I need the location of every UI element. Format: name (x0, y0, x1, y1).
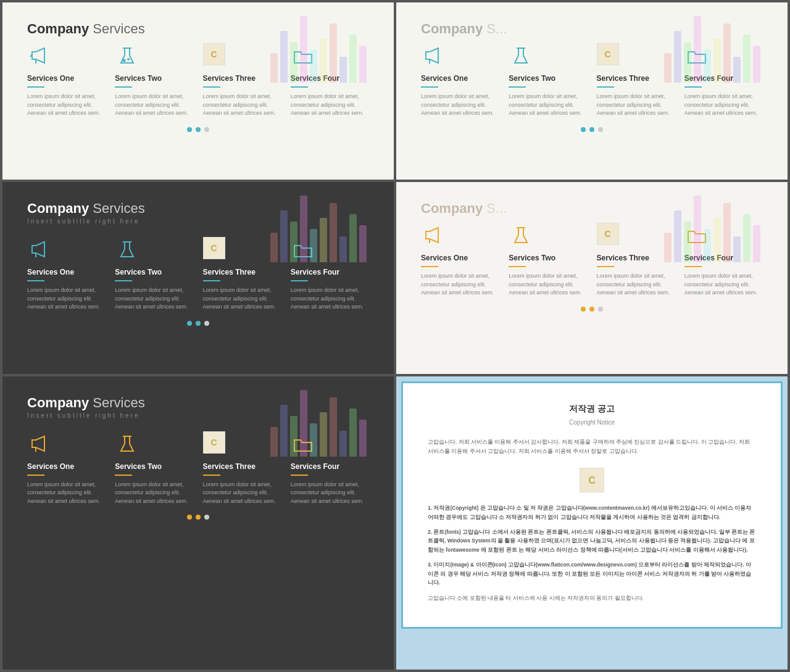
dot-3-3[interactable] (204, 321, 209, 326)
chart-decoration-2 (664, 9, 775, 83)
service-underline-4-three (597, 266, 614, 267)
service-text-one: Lorem ipsum dolor sit amet, consectetur … (27, 93, 106, 118)
copyright-subtitle: Copyright Notice (428, 418, 756, 428)
service-item-2-one: Services One Lorem ipsum dolor sit amet,… (421, 43, 499, 118)
copyright-body: 고맙습니다. 저희 서비스를 이용해 주셔서 감사합니다. 저희 제품을 구매하… (428, 438, 756, 602)
service-name-5-one: Services One (27, 462, 106, 471)
logo-badge-5: C (203, 431, 228, 456)
service-name-5-three: Services Three (203, 462, 281, 471)
service-underline-5-two (115, 475, 132, 476)
dot-5-3[interactable] (204, 515, 209, 520)
svg-marker-0 (32, 48, 44, 63)
chart-decoration-5 (270, 383, 381, 457)
service-item-3-one: Services One Lorem ipsum dolor sit amet,… (27, 237, 106, 312)
service-name-2-three: Services Three (597, 74, 675, 83)
logo-badge-3: C (203, 237, 228, 262)
copyright-wrapper: 저작권 공고 Copyright Notice 고맙습니다. 저희 서비스를 이… (396, 376, 788, 670)
pagination-dots-4 (421, 307, 763, 312)
service-underline-4-four (684, 266, 702, 267)
pagination-dots (27, 127, 369, 132)
service-item-one: Services One Lorem ipsum dolor sit amet,… (27, 43, 106, 118)
svg-point-7 (128, 59, 129, 60)
service-text-three: Lorem ipsum dolor sit amet, consectetur … (203, 93, 281, 118)
chart-decoration-3 (270, 188, 381, 262)
service-underline-2-one (421, 86, 438, 88)
service-item-3-three: C Services Three Lorem ipsum dolor sit a… (203, 237, 281, 312)
dot-5-1[interactable] (187, 515, 192, 520)
service-name-3-one: Services One (27, 268, 106, 276)
logo-badge-2: C (597, 43, 622, 68)
svg-marker-23 (32, 436, 44, 451)
dot-4-1[interactable] (581, 307, 586, 312)
svg-marker-13 (32, 242, 44, 257)
logo-badge-three: C (203, 43, 228, 68)
service-underline-4-one (421, 266, 438, 267)
service-text-3-two: Lorem ipsum dolor sit amet, consectetur … (115, 286, 193, 312)
service-underline-5-four (291, 475, 308, 476)
service-name-5-two: Services Two (115, 462, 193, 471)
chart-decoration (270, 9, 381, 83)
copyright-section-3: 3. 이미지(Image) & 아이콘(Icon) 고맙습니다(www.flat… (428, 560, 756, 587)
service-underline-three (203, 86, 220, 88)
service-text-3-three: Lorem ipsum dolor sit amet, consectetur … (203, 286, 281, 312)
copyright-logo-icon: C (580, 468, 604, 492)
service-text-4-one: Lorem ipsum dolor sit amet, consectetur … (421, 272, 499, 297)
service-text-5-four: Lorem ipsum dolor sit amet, consectetur … (291, 481, 369, 506)
service-text-3-one: Lorem ipsum dolor sit amet, consectetur … (27, 286, 106, 312)
dot-1[interactable] (187, 127, 192, 132)
service-name-3-four: Services Four (291, 268, 369, 276)
service-name-two: Services Two (115, 74, 193, 83)
service-text-3-four: Lorem ipsum dolor sit amet, consectetur … (291, 286, 369, 312)
service-item-3-two: Services Two Lorem ipsum dolor sit amet,… (115, 237, 193, 312)
service-item-2-two: Services Two Lorem ipsum dolor sit amet,… (509, 43, 587, 118)
dot-2-1[interactable] (581, 127, 586, 132)
service-item-5-three: C Services Three Lorem ipsum dolor sit a… (203, 431, 281, 506)
slide-2: Company S... Services One Lorem ipsum do… (396, 2, 788, 180)
chart-decoration-4 (664, 188, 775, 262)
dot-2-2[interactable] (589, 127, 594, 132)
service-text-four: Lorem ipsum dolor sit amet, consectetur … (291, 93, 369, 118)
dot-4-3[interactable] (598, 307, 603, 312)
copyright-logo-wrap: C (428, 462, 756, 499)
flask-icon-4 (509, 223, 533, 247)
service-underline-3-three (203, 280, 220, 281)
copyright-intro: 고맙습니다. 저희 서비스를 이용해 주셔서 감사합니다. 저희 제품을 구매하… (428, 438, 756, 455)
flask-icon-2 (509, 43, 533, 68)
pagination-dots-3 (27, 321, 369, 326)
service-text-5-two: Lorem ipsum dolor sit amet, consectetur … (115, 481, 193, 506)
service-text-5-one: Lorem ipsum dolor sit amet, consectetur … (27, 481, 106, 506)
megaphone-icon (27, 43, 52, 68)
dot-2-3[interactable] (598, 127, 603, 132)
service-name-4-three: Services Three (597, 254, 675, 262)
copyright-section-1: 1. 저작권(Copyright) 은 고맙습니다 소 및 저 작권은 고맙습니… (428, 504, 756, 521)
svg-marker-18 (426, 228, 438, 243)
service-name-4-two: Services Two (509, 254, 587, 262)
svg-point-6 (123, 60, 125, 62)
slide-5: Company Services Insert subtitle right h… (2, 376, 394, 670)
service-underline-3-two (115, 280, 132, 281)
dot-5-2[interactable] (196, 515, 201, 520)
service-text-2-four: Lorem ipsum dolor sit amet, consectetur … (684, 93, 763, 118)
service-underline-two (115, 86, 132, 88)
service-underline-5-three (203, 475, 220, 476)
service-text-4-two: Lorem ipsum dolor sit amet, consectetur … (509, 272, 587, 297)
megaphone-icon-3 (27, 237, 52, 262)
service-underline-2-four (684, 86, 702, 88)
service-item-three: C Services Three Lorem ipsum dolor sit a… (203, 43, 281, 118)
dot-3[interactable] (204, 127, 209, 132)
service-underline-5-one (27, 475, 44, 476)
megaphone-icon-2 (421, 43, 446, 68)
service-item-4-three: C Services Three Lorem ipsum dolor sit a… (597, 223, 675, 297)
megaphone-icon-4 (421, 223, 446, 247)
flask-icon-5 (115, 431, 139, 456)
copyright-footer: 고맙습니다 소에 포함된 내용을 타 서비스에 사용 시에는 저작권자의 동의가… (428, 594, 756, 602)
copyright-section-2: 2. 폰트(fonts) 고맙습니다 소에서 사용된 폰트는 폰트클릭, 서비스… (428, 528, 756, 554)
dot-2[interactable] (196, 127, 201, 132)
dot-3-2[interactable] (196, 321, 201, 326)
service-name-3-three: Services Three (203, 268, 281, 276)
service-name-three: Services Three (203, 74, 281, 83)
service-underline-2-two (509, 86, 526, 88)
dot-3-1[interactable] (187, 321, 192, 326)
dot-4-2[interactable] (589, 307, 594, 312)
service-name-2-two: Services Two (509, 74, 587, 83)
